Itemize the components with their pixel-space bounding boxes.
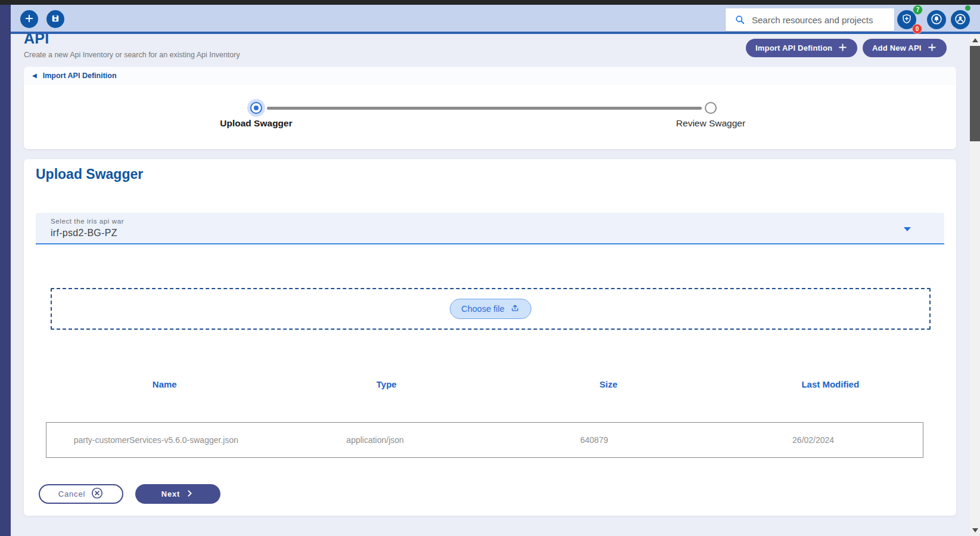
column-header-name: Name — [54, 379, 276, 389]
file-table-header-row: Name Type Size Last Modified — [54, 375, 941, 393]
select-field-value: irf-psd2-BG-PZ — [51, 228, 117, 238]
column-header-type: Type — [276, 379, 498, 389]
notification-bell-icon — [930, 13, 943, 27]
plus-icon — [927, 42, 937, 54]
cell-last-modified: 26/02/2024 — [704, 435, 923, 445]
iris-api-war-select[interactable]: Select the iris api war irf-psd2-BG-PZ — [36, 213, 944, 244]
cell-file-type: application/json — [266, 435, 485, 445]
shield-count-badge: 7 — [913, 5, 923, 15]
chevron-right-icon — [185, 489, 194, 500]
column-header-last-modified: Last Modified — [720, 379, 942, 389]
cell-file-size: 640879 — [485, 435, 704, 445]
add-new-api-label: Add New API — [872, 44, 922, 52]
breadcrumb[interactable]: ◀ Import API Definition — [24, 67, 956, 85]
user-profile-icon — [954, 13, 967, 27]
plus-icon — [838, 42, 848, 54]
step-upload-swagger-indicator[interactable] — [247, 99, 265, 117]
cancel-circle-icon — [91, 487, 104, 501]
column-header-size: Size — [497, 379, 720, 389]
card-heading: Upload Swagger — [36, 166, 143, 182]
scrollbar-thumb[interactable] — [970, 46, 980, 141]
save-button[interactable] — [46, 10, 64, 28]
step-upload-swagger-label: Upload Swagger — [191, 118, 322, 129]
shield-alert-badge: 0 — [912, 24, 922, 34]
cell-file-name: party-customerServices-v5.6.0-swagger.js… — [46, 435, 266, 445]
add-new-api-button[interactable]: Add New API — [863, 39, 947, 57]
stepper-connector-line — [267, 107, 702, 110]
app-header: 7 0 — [11, 5, 980, 34]
stepper: Upload Swagger Review Swagger — [24, 85, 956, 149]
step-active-dot — [254, 106, 259, 110]
file-table-row: party-customerServices-v5.6.0-swagger.js… — [46, 422, 923, 458]
file-dropzone[interactable]: Choose file — [51, 288, 931, 330]
upload-icon — [510, 303, 520, 315]
shield-plus-icon — [901, 13, 913, 27]
next-button[interactable]: Next — [135, 484, 220, 504]
add-button[interactable] — [20, 10, 38, 28]
user-profile-button[interactable] — [951, 10, 970, 29]
plus-icon — [24, 13, 35, 26]
choose-file-label: Choose file — [461, 304, 505, 314]
save-icon — [50, 13, 61, 26]
left-edge-strip — [0, 5, 11, 536]
import-api-definition-button[interactable]: Import API Defintion — [746, 39, 857, 57]
cancel-button[interactable]: Cancel — [39, 484, 123, 504]
upload-swagger-card: Upload Swagger Select the iris api war i… — [24, 159, 956, 516]
scroll-down-arrow[interactable] — [970, 525, 980, 535]
scroll-up-arrow[interactable] — [970, 35, 980, 45]
step-review-swagger-indicator[interactable] — [705, 102, 717, 114]
dropdown-caret-icon — [904, 227, 911, 231]
select-field-label: Select the iris api war — [51, 218, 124, 225]
next-label: Next — [161, 489, 180, 498]
page-subtitle: Create a new Api Inventory or search for… — [24, 51, 240, 59]
breadcrumb-label: Import API Definition — [43, 72, 117, 80]
notifications-button[interactable] — [927, 10, 946, 29]
choose-file-button[interactable]: Choose file — [450, 299, 531, 319]
global-search — [726, 8, 894, 31]
vertical-scrollbar[interactable] — [970, 34, 980, 536]
online-status-dot — [965, 5, 970, 11]
window-top-strip — [0, 0, 980, 5]
import-api-definition-label: Import API Defintion — [755, 44, 832, 52]
step-review-swagger-label: Review Swagger — [645, 118, 776, 129]
back-arrow-icon: ◀ — [32, 73, 37, 79]
search-input[interactable] — [726, 8, 894, 31]
cancel-label: Cancel — [58, 489, 85, 498]
